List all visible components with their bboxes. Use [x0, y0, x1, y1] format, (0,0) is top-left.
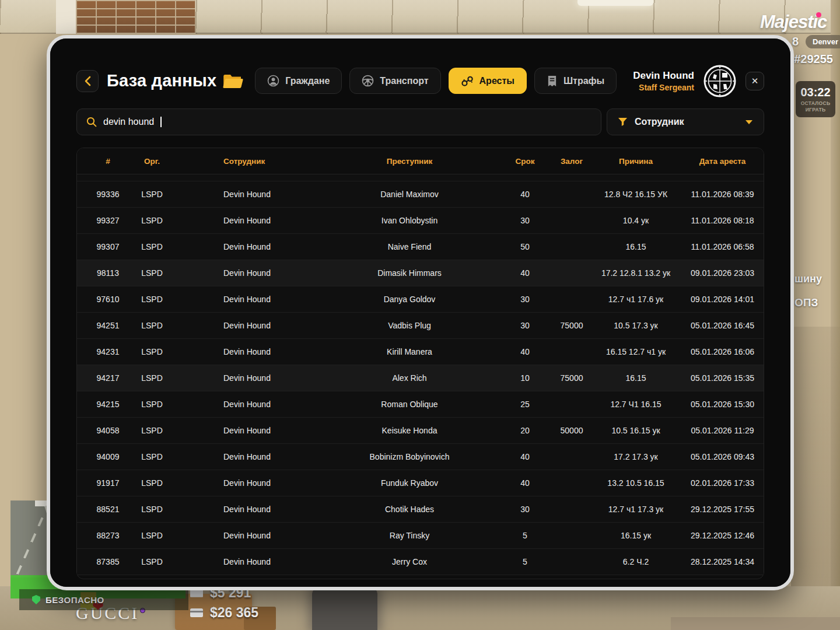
table-row[interactable]: 99327LSPDDevin HoundIvan Ohlobystin3010.…	[77, 208, 764, 234]
cell-org: LSPD	[139, 531, 165, 540]
cell-reason: 10.5 16.15 ук	[590, 426, 681, 435]
tab-label: Штрафы	[564, 76, 604, 86]
cell-criminal: Roman Oblique	[322, 400, 497, 409]
cell-criminal: Alex Rich	[322, 373, 497, 383]
cell-org: LSPD	[139, 400, 165, 409]
text-caret	[160, 117, 162, 127]
cell-id: 87385	[77, 557, 139, 566]
cell-reason: 10.4 ук	[590, 216, 681, 225]
cell-reason: 16.15 12.7 ч1 ук	[590, 347, 681, 356]
cell-criminal: Keisuke Honda	[322, 426, 497, 435]
table-row[interactable]: 91917LSPDDevin HoundFunduk Ryabov4013.2 …	[77, 470, 764, 496]
cell-org: LSPD	[139, 426, 165, 435]
page-title: База данных	[107, 71, 216, 90]
timer-value: 03:22	[800, 86, 830, 99]
cell-criminal: Jerry Cox	[322, 557, 497, 566]
cell-date: 09.01.2026 23:03	[681, 268, 764, 278]
filter-dropdown[interactable]: Сотрудник	[607, 108, 764, 135]
safe-zone-banner: БЕЗОПАСНО	[19, 589, 188, 610]
cell-org: LSPD	[139, 373, 165, 383]
table-row[interactable]: 97610LSPDDevin HoundDanya Goldov3012.7 ч…	[77, 286, 764, 313]
cell-reason: 16.15	[590, 242, 681, 251]
logo-dot-icon	[816, 12, 821, 18]
cell-officer: Devin Hound	[165, 557, 322, 566]
tab-bar: Граждане Транспорт	[255, 68, 617, 94]
cell-term: 30	[497, 216, 553, 225]
col-criminal: Преступник	[322, 157, 497, 166]
tab-fines[interactable]: Штрафы	[534, 68, 617, 94]
table-row[interactable]: 94058LSPDDevin HoundKeisuke Honda2050000…	[77, 418, 764, 444]
timer-label: ОСТАЛОСЬ ИГРАТЬ	[796, 100, 835, 113]
tab-transport[interactable]: Транспорт	[349, 68, 440, 94]
table-row[interactable]: 98113LSPDDevin HoundDimasik Himmars4017.…	[77, 260, 764, 286]
col-reason: Причина	[590, 157, 681, 166]
money-hud: $5 291 $26 365	[190, 584, 258, 624]
table-row[interactable]: 94251LSPDDevin HoundVadbis Plug307500010…	[77, 313, 764, 339]
person-icon	[267, 75, 279, 87]
col-org: Орг.	[139, 157, 165, 166]
cell-criminal: Daniel Maximov	[322, 190, 497, 199]
tab-citizens[interactable]: Граждане	[255, 68, 342, 94]
table-row[interactable]: 99336LSPDDevin HoundDaniel Maximov4012.8…	[77, 181, 764, 208]
cell-officer: Devin Hound	[165, 268, 322, 278]
table-row[interactable]: 94009LSPDDevin HoundBobinizm Bobyinovich…	[77, 444, 764, 470]
table-row[interactable]: 88273LSPDDevin HoundRay Tinsky516.15 ук2…	[77, 523, 764, 549]
cell-term: 20	[497, 426, 553, 435]
close-button[interactable]: ✕	[746, 72, 764, 90]
col-officer: Сотрудник	[165, 157, 322, 166]
cell-officer: Devin Hound	[165, 347, 322, 356]
bank-card-icon	[190, 608, 203, 617]
cell-reason: 16.15 ук	[590, 531, 681, 540]
cell-reason: 13.2 10.5 16.15	[590, 478, 681, 488]
player-count-fragment: 8	[792, 35, 799, 48]
search-value: devin hound	[103, 117, 154, 127]
cell-criminal: Vadbis Plug	[322, 321, 497, 330]
table-row[interactable]: 99307LSPDDevin HoundNaive Fiend5016.1511…	[77, 234, 764, 260]
window-body: База данных Граждане	[50, 38, 790, 587]
tab-label: Граждане	[285, 76, 330, 86]
table-row[interactable]: 99362LSPDDevin HoundAlexander Ilis516.15…	[77, 174, 764, 181]
arrests-table: # Орг. Сотрудник Преступник Срок Залог П…	[76, 148, 764, 579]
right-wall-shadow	[791, 327, 840, 630]
cell-officer: Devin Hound	[165, 531, 322, 540]
back-button[interactable]	[76, 70, 99, 92]
table-row[interactable]: 94231LSPDDevin HoundKirill Manera4016.15…	[77, 339, 764, 365]
cell-criminal: Danya Goldov	[322, 295, 497, 304]
search-input[interactable]: devin hound	[76, 108, 601, 135]
folder-front	[223, 79, 243, 88]
cell-date: 29.12.2025 17:55	[681, 505, 764, 514]
hud-text-fragment-bottom: ОПЗ	[794, 296, 818, 309]
cell-bail: 75000	[553, 321, 590, 330]
search-icon	[86, 117, 97, 127]
cell-criminal: Funduk Ryabov	[322, 478, 497, 488]
table-header: # Орг. Сотрудник Преступник Срок Залог П…	[77, 148, 764, 174]
cell-date: 05.01.2026 15:35	[681, 373, 764, 383]
cell-date: 11.01.2026 08:39	[681, 190, 764, 199]
table-row[interactable]: 87385LSPDDevin HoundJerry Cox56.2 Ч.228.…	[77, 549, 764, 575]
cell-id: 94217	[77, 373, 139, 383]
table-row[interactable]: 94217LSPDDevin HoundAlex Rich107500016.1…	[77, 365, 764, 391]
cell-criminal: Naive Fiend	[322, 242, 497, 251]
door-frame	[56, 0, 76, 34]
cell-reason: 6.2 Ч.2	[590, 557, 681, 566]
cell-id: 94058	[77, 426, 139, 435]
background-figure	[312, 588, 377, 630]
table-row[interactable]: 94215LSPDDevin HoundRoman Oblique2512.7 …	[77, 391, 764, 418]
cell-reason: 12.7 ч1 17.6 ук	[590, 295, 681, 304]
cell-criminal: Bobinizm Bobyinovich	[322, 452, 497, 461]
session-id: |#29255	[788, 52, 833, 66]
cell-term: 50	[497, 242, 553, 251]
cell-org: LSPD	[139, 452, 165, 461]
table-row[interactable]: 88521LSPDDevin HoundChotik Hades3012.7 ч…	[77, 496, 764, 523]
chevron-left-icon	[85, 76, 91, 86]
tab-arrests[interactable]: Аресты	[449, 68, 527, 94]
database-window: База данных Граждане	[47, 35, 794, 590]
cell-org: LSPD	[139, 478, 165, 488]
cell-org: LSPD	[139, 242, 165, 251]
cell-criminal: Ray Tinsky	[322, 531, 497, 540]
table-body: 99362LSPDDevin HoundAlexander Ilis516.15…	[77, 174, 764, 579]
cell-reason: 12.7 ч1 17.3 ук	[590, 505, 681, 514]
cell-org: LSPD	[139, 268, 165, 278]
cell-id: 94215	[77, 400, 139, 409]
cell-id: 94009	[77, 452, 139, 461]
